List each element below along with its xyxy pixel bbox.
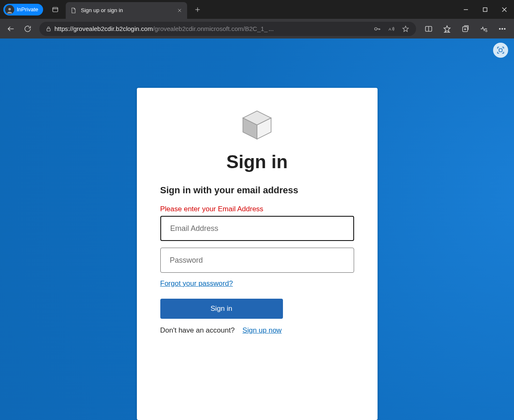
new-tab-button[interactable] bbox=[191, 3, 204, 16]
svg-point-29 bbox=[504, 28, 506, 29]
favorites-icon[interactable] bbox=[438, 20, 456, 37]
svg-rect-1 bbox=[53, 7, 58, 12]
svg-point-0 bbox=[8, 8, 11, 10]
browser-toolbar: https://grovealeb2cdir.b2clogin.com/grov… bbox=[0, 19, 514, 38]
settings-more-icon[interactable] bbox=[493, 20, 511, 37]
page-icon bbox=[70, 7, 77, 14]
passwords-icon[interactable] bbox=[370, 25, 384, 33]
tab-actions-button[interactable] bbox=[49, 3, 62, 16]
inprivate-badge[interactable]: InPrivate bbox=[3, 4, 43, 15]
svg-point-13 bbox=[375, 28, 377, 30]
svg-marker-18 bbox=[403, 26, 409, 31]
window-maximize-button[interactable] bbox=[475, 0, 495, 19]
forgot-password-link[interactable]: Forgot your password? bbox=[160, 279, 233, 288]
tenant-logo-icon bbox=[160, 109, 354, 141]
tab-title: Sign up or sign in bbox=[81, 7, 176, 13]
svg-point-28 bbox=[502, 28, 503, 29]
url-path: /grovealeb2cdir.onmicrosoft.com/B2C_1_ bbox=[153, 25, 267, 32]
read-aloud-icon[interactable]: A bbox=[384, 25, 398, 33]
url-ellipsis: ... bbox=[267, 25, 274, 32]
health-icon[interactable] bbox=[475, 20, 493, 37]
signin-subheading: Sign in with your email address bbox=[160, 185, 354, 196]
signin-button[interactable]: Sign in bbox=[160, 299, 283, 319]
svg-text:A: A bbox=[388, 26, 391, 31]
page-content: Sign in Sign in with your email address … bbox=[0, 38, 514, 420]
signin-card: Sign in Sign in with your email address … bbox=[137, 88, 378, 420]
signin-heading: Sign in bbox=[160, 151, 354, 172]
email-input[interactable] bbox=[160, 216, 354, 241]
site-info-lock-icon[interactable] bbox=[43, 26, 54, 32]
window-minimize-button[interactable] bbox=[456, 0, 475, 19]
back-button[interactable] bbox=[3, 20, 19, 37]
browser-tab[interactable]: Sign up or sign in bbox=[66, 2, 187, 19]
window-close-button[interactable] bbox=[495, 0, 514, 19]
svg-rect-8 bbox=[483, 8, 487, 11]
refresh-button[interactable] bbox=[19, 20, 36, 37]
signup-row: Don't have an account? Sign up now bbox=[160, 326, 354, 335]
tab-close-button[interactable] bbox=[176, 7, 183, 14]
svg-rect-12 bbox=[47, 28, 50, 31]
profile-avatar-icon bbox=[5, 5, 14, 14]
address-url: https://grovealeb2cdir.b2clogin.com/grov… bbox=[54, 25, 370, 32]
collections-icon[interactable] bbox=[456, 20, 475, 37]
password-input[interactable] bbox=[160, 248, 354, 273]
svg-rect-30 bbox=[499, 49, 502, 51]
address-bar[interactable]: https://grovealeb2cdir.b2clogin.com/grov… bbox=[39, 22, 416, 36]
smart-lens-button[interactable] bbox=[493, 43, 508, 58]
svg-marker-21 bbox=[444, 26, 450, 32]
email-error-message: Please enter your Email Address bbox=[160, 205, 354, 213]
signup-link[interactable]: Sign up now bbox=[242, 326, 282, 334]
inprivate-label: InPrivate bbox=[17, 6, 38, 13]
browser-titlebar: InPrivate Sign up or sign in bbox=[0, 0, 514, 19]
signup-prompt: Don't have an account? bbox=[160, 326, 235, 334]
favorite-star-icon[interactable] bbox=[398, 25, 413, 33]
split-screen-icon[interactable] bbox=[419, 20, 438, 37]
svg-point-27 bbox=[499, 28, 501, 29]
url-host: https://grovealeb2cdir.b2clogin.com bbox=[54, 25, 153, 32]
window-controls bbox=[456, 0, 514, 19]
